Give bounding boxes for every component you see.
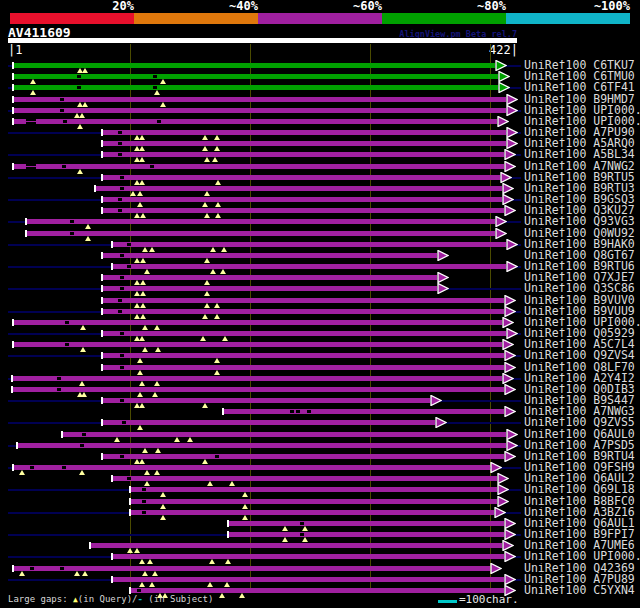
alignment-bar[interactable] <box>36 119 497 124</box>
alignment-bar[interactable] <box>102 331 506 336</box>
query-gap-marker-icon <box>155 448 161 453</box>
hit-label[interactable]: UniRef100_A7PU89 <box>524 574 640 585</box>
alignment-bar[interactable] <box>102 309 504 314</box>
hit-label[interactable]: UniRef100_A7PU90 <box>524 127 640 138</box>
hit-label[interactable]: UniRef100_Q9ZVS5 <box>524 417 640 428</box>
alignment-bar[interactable] <box>112 242 506 247</box>
hit-label[interactable]: UniRef100_Q9FSH9 <box>524 462 640 473</box>
hit-label[interactable]: UniRef100_Q6AUL2 <box>524 473 640 484</box>
alignment-bar[interactable] <box>102 197 502 202</box>
hit-label[interactable]: UniRef100_Q0WU92 <box>524 228 640 239</box>
alignment-bar[interactable] <box>13 342 502 347</box>
alignment-bar[interactable] <box>13 164 26 169</box>
alignment-bar[interactable] <box>130 588 504 593</box>
alignment-bar[interactable] <box>102 141 506 146</box>
hit-label[interactable]: UniRef100_Q6AUL1 <box>524 518 640 529</box>
hit-label[interactable]: UniRef100_B9RTU3 <box>524 183 640 194</box>
hit-label[interactable]: UniRef100_Q8LF70 <box>524 362 640 373</box>
alignment-bar[interactable] <box>112 554 504 559</box>
hit-label[interactable]: UniRef100_B8BFC0 <box>524 496 640 507</box>
alignment-bar[interactable] <box>26 219 495 224</box>
hit-label[interactable]: UniRef100_Q8GT67 <box>524 250 640 261</box>
alignment-bar[interactable] <box>102 130 506 135</box>
hit-label[interactable]: UniRef100_Q42369 <box>524 563 640 574</box>
hit-label[interactable]: UniRef100_Q6AUL0 <box>524 429 640 440</box>
alignment-bar[interactable] <box>102 152 504 157</box>
alignment-bar[interactable] <box>95 186 502 191</box>
hit-label[interactable]: UniRef100_B9HMD7 <box>524 94 640 105</box>
hit-label[interactable]: UniRef100_Q93VG3 <box>524 216 640 227</box>
alignment-bar[interactable] <box>130 499 497 504</box>
alignment-bar[interactable] <box>17 443 506 448</box>
hit-label[interactable]: UniRef100_B9HAK0 <box>524 239 640 250</box>
alignment-bar[interactable] <box>112 476 497 481</box>
alignment-bar[interactable] <box>102 454 504 459</box>
hit-label[interactable]: UniRef100_Q3KU27 <box>524 205 640 216</box>
hit-label[interactable]: UniRef100_B9RTU5 <box>524 172 640 183</box>
hit-label[interactable]: UniRef100_B9FPI7 <box>524 529 640 540</box>
hit-label[interactable]: UniRef100_A7NWG3 <box>524 406 640 417</box>
alignment-bar[interactable] <box>102 298 504 303</box>
hit-label[interactable]: UniRef100_A5ARQ0 <box>524 138 640 149</box>
hit-label[interactable]: UniRef100_B9VUV0 <box>524 295 640 306</box>
hit-label[interactable]: UniRef100_A5BL34 <box>524 149 640 160</box>
alignment-bar[interactable] <box>102 365 504 370</box>
alignment-bar[interactable] <box>130 487 497 492</box>
alignment-bar[interactable] <box>102 353 504 358</box>
alignment-bar[interactable] <box>12 376 502 381</box>
hit-label[interactable]: UniRef100_C6TF41 <box>524 82 640 93</box>
alignment-bar[interactable] <box>13 320 502 325</box>
hit-label[interactable]: UniRef100_B9S447 <box>524 395 640 406</box>
hit-label[interactable]: UniRef100_C6TKU7 <box>524 60 640 71</box>
hit-label[interactable]: UniRef100_Q9ZVS4 <box>524 350 640 361</box>
hit-label[interactable]: UniRef100_UPI000.. <box>524 116 640 127</box>
arrow-right-icon <box>495 60 507 71</box>
alignment-bar[interactable] <box>13 119 26 124</box>
subject-gap-dash-icon <box>80 444 84 447</box>
query-gap-marker-icon <box>152 392 158 397</box>
hit-label[interactable]: UniRef100_UPI000.. <box>524 105 640 116</box>
hit-label[interactable]: UniRef100_C5YXN4 <box>524 585 640 596</box>
alignment-bar[interactable] <box>228 532 504 537</box>
hit-label[interactable]: UniRef100_UPI000.. <box>524 317 640 328</box>
hit-label[interactable]: UniRef100_A7PSD5 <box>524 440 640 451</box>
alignment-bar[interactable] <box>13 108 506 113</box>
subject-gap-dash-icon <box>63 120 67 123</box>
scale-label: ~60% <box>318 1 382 12</box>
hit-label[interactable]: UniRef100_A7NWG2 <box>524 161 640 172</box>
alignment-bar[interactable] <box>112 264 506 269</box>
hit-label[interactable]: UniRef100_A5C7L4 <box>524 339 640 350</box>
alignment-bar[interactable] <box>13 74 498 79</box>
alignment-bar[interactable] <box>102 253 437 258</box>
hit-label[interactable]: UniRef100_B9RTU6 <box>524 261 640 272</box>
hit-label[interactable]: UniRef100_B9GSQ3 <box>524 194 640 205</box>
hit-label[interactable]: UniRef100_B9RTU4 <box>524 451 640 462</box>
alignment-bar[interactable] <box>13 85 498 90</box>
alignment-bar[interactable] <box>112 577 504 582</box>
hit-label[interactable]: UniRef100_Q69L18 <box>524 484 640 495</box>
alignment-bar[interactable] <box>223 409 504 414</box>
alignment-bar[interactable] <box>102 420 435 425</box>
hit-label[interactable]: UniRef100_Q05929 <box>524 328 640 339</box>
alignment-bar[interactable] <box>102 398 430 403</box>
alignment-bar[interactable] <box>102 275 437 280</box>
alignment-bar[interactable] <box>102 208 504 213</box>
hit-label[interactable]: UniRef100_C6TMU0 <box>524 71 640 82</box>
hit-label[interactable]: UniRef100_A7UME6 <box>524 540 640 551</box>
alignment-bar[interactable] <box>26 231 495 236</box>
alignment-bar[interactable] <box>102 286 437 291</box>
hit-label[interactable]: UniRef100_Q0DIB3 <box>524 384 640 395</box>
hit-label[interactable]: UniRef100_B9VUU9 <box>524 306 640 317</box>
alignment-bar[interactable] <box>36 164 504 169</box>
alignment-bar[interactable] <box>228 521 504 526</box>
query-gap-marker-icon <box>77 169 83 174</box>
hit-label[interactable]: UniRef100_A3BZ16 <box>524 507 640 518</box>
hit-label[interactable]: UniRef100_Q3SC86 <box>524 283 640 294</box>
alignment-bar[interactable] <box>102 175 500 180</box>
hit-label[interactable]: UniRef100_A2Y4I2 <box>524 373 640 384</box>
alignment-bar[interactable] <box>62 432 506 437</box>
alignment-bar[interactable] <box>90 543 502 548</box>
hit-label[interactable]: UniRef100_UPI000.. <box>524 551 640 562</box>
alignment-bar[interactable] <box>130 510 494 515</box>
hit-label[interactable]: UniRef100_Q7XJE7 <box>524 272 640 283</box>
